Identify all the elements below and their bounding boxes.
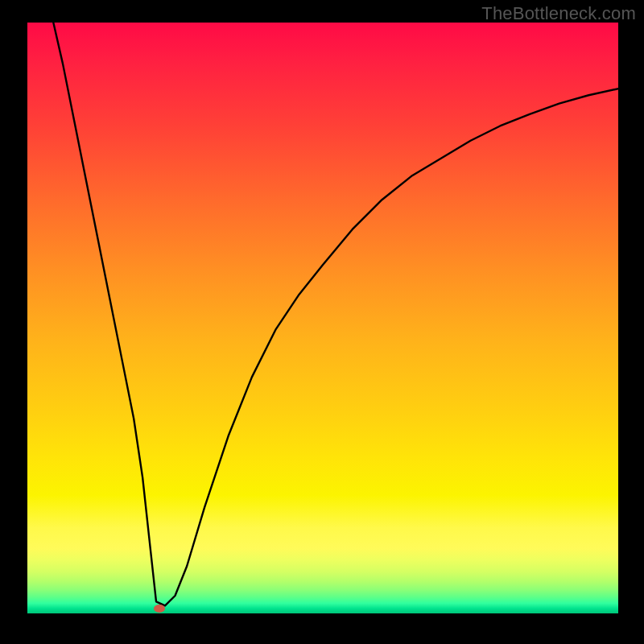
watermark-text: TheBottleneck.com xyxy=(481,3,636,24)
curve-path xyxy=(53,23,618,605)
curve-svg xyxy=(27,23,618,613)
plot-area xyxy=(27,23,618,613)
chart-stage: TheBottleneck.com xyxy=(0,0,644,644)
minimum-marker xyxy=(154,605,165,613)
